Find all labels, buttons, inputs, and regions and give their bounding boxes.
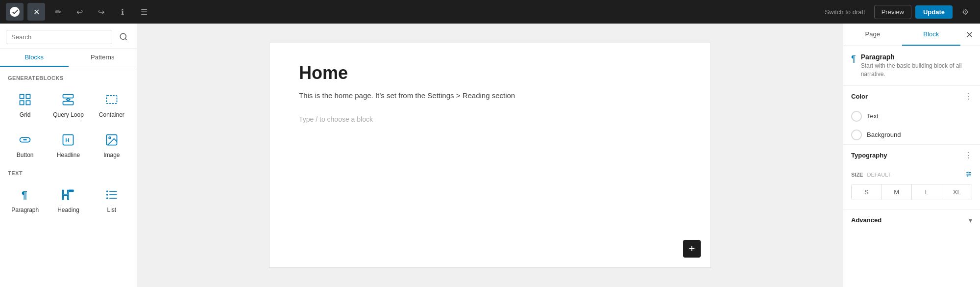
svg-line-1 (125, 38, 126, 40)
block-info: ¶ Paragraph Start with the basic buildin… (843, 46, 980, 86)
settings-button[interactable]: ⚙ (956, 3, 974, 21)
size-buttons-group: S M L XL (851, 184, 972, 200)
headline-icon: H (59, 131, 77, 149)
query-loop-icon (59, 91, 77, 108)
generateblocks-grid: Grid Query Loop (0, 83, 137, 166)
block-item-list[interactable]: List (91, 180, 133, 219)
button-icon (16, 131, 34, 149)
canvas: Home This is the home page. It’s set fro… (137, 24, 843, 287)
block-label-image: Image (103, 152, 120, 158)
page-subtitle: This is the home page. It’s set from the… (299, 91, 681, 100)
block-item-paragraph[interactable]: ¶ Paragraph (4, 180, 46, 219)
typography-settings: SIZE DEFAULT S M L XL (843, 166, 980, 209)
block-item-image[interactable]: Image (91, 125, 133, 164)
page-block-tabs: Page Block ✕ (843, 24, 980, 46)
container-icon (103, 91, 121, 108)
text-color-row: Text (843, 107, 980, 126)
advanced-label: Advanced (851, 216, 882, 224)
advanced-panel[interactable]: Advanced ▾ (843, 209, 980, 231)
tab-patterns[interactable]: Patterns (69, 49, 137, 67)
svg-rect-10 (106, 96, 117, 104)
block-item-heading[interactable]: Heading (47, 180, 89, 219)
block-label-headline: Headline (57, 152, 80, 158)
svg-rect-7 (63, 102, 74, 105)
svg-point-22 (106, 190, 108, 192)
grid-icon (16, 91, 34, 108)
svg-rect-18 (69, 190, 74, 192)
tab-page[interactable]: Page (843, 24, 902, 46)
size-value: DEFAULT (867, 172, 891, 178)
size-edit-icon[interactable] (965, 171, 972, 179)
image-icon (103, 131, 121, 149)
preview-button[interactable]: Preview (874, 5, 911, 19)
block-label-paragraph: Paragraph (11, 207, 39, 213)
switch-to-draft-button[interactable]: Switch to draft (820, 5, 870, 19)
close-right-sidebar-button[interactable]: ✕ (960, 26, 978, 44)
heading-icon (59, 186, 77, 204)
add-block-button[interactable]: + (683, 240, 701, 258)
svg-point-16 (109, 137, 111, 139)
color-panel: Color ⋮ Text Background (843, 86, 980, 145)
svg-point-0 (120, 33, 126, 39)
typography-panel-title: Typography (851, 152, 887, 159)
size-label: SIZE (851, 172, 863, 178)
search-input[interactable] (6, 30, 112, 44)
svg-point-9 (67, 99, 70, 101)
svg-rect-3 (26, 95, 30, 99)
list-icon (103, 186, 121, 204)
color-panel-header[interactable]: Color ⋮ (843, 86, 980, 107)
svg-point-30 (967, 175, 968, 176)
block-item-container[interactable]: Container (91, 85, 133, 124)
svg-text:H: H (66, 137, 70, 143)
list-view-icon[interactable]: ☰ (135, 3, 153, 21)
size-xl-button[interactable]: XL (942, 184, 972, 200)
block-label-grid: Grid (20, 111, 31, 118)
text-color-picker[interactable] (851, 111, 862, 122)
redo-button[interactable]: ↪ (92, 3, 110, 21)
svg-text:¶: ¶ (22, 189, 27, 200)
search-icon[interactable] (116, 29, 131, 44)
canvas-content: Home This is the home page. It’s set fro… (270, 43, 710, 267)
svg-rect-6 (63, 95, 74, 98)
typography-panel-options[interactable]: ⋮ (964, 151, 972, 160)
size-m-button[interactable]: M (882, 184, 912, 200)
search-bar (0, 24, 137, 49)
block-label-heading: Heading (57, 207, 79, 213)
size-l-button[interactable]: L (912, 184, 942, 200)
svg-rect-2 (20, 95, 24, 99)
block-label-list: List (107, 207, 116, 213)
color-panel-options[interactable]: ⋮ (964, 92, 972, 101)
block-item-headline[interactable]: H Headline (47, 125, 89, 164)
block-item-query-loop[interactable]: Query Loop (47, 85, 89, 124)
background-color-picker[interactable] (851, 130, 862, 140)
right-sidebar: Page Block ✕ ¶ Paragraph Start with the … (843, 24, 980, 287)
generateblocks-label: GENERATEBLOCKS (0, 71, 137, 83)
main-layout: Blocks Patterns GENERATEBLOCKS Grid (0, 24, 980, 287)
svg-point-23 (106, 194, 108, 196)
undo-button[interactable]: ↩ (71, 3, 88, 21)
block-label-query-loop: Query Loop (53, 111, 84, 118)
paragraph-block-icon: ¶ (851, 54, 856, 64)
close-button[interactable]: ✕ (27, 3, 45, 21)
svg-rect-5 (26, 101, 30, 104)
size-s-button[interactable]: S (852, 184, 882, 200)
block-item-grid[interactable]: Grid (4, 85, 46, 124)
info-icon[interactable]: ℹ (114, 3, 131, 21)
wp-logo[interactable] (6, 3, 24, 21)
typography-panel-header[interactable]: Typography ⋮ (843, 145, 980, 166)
blocks-patterns-tabs: Blocks Patterns (0, 49, 137, 67)
block-item-button[interactable]: Button (4, 125, 46, 164)
svg-rect-4 (20, 101, 24, 104)
text-section-label: TEXT (0, 166, 137, 178)
block-placeholder[interactable]: Type / to choose a block (299, 111, 681, 127)
tab-block[interactable]: Block (902, 24, 961, 46)
edit-icon[interactable]: ✏ (49, 3, 67, 21)
background-color-row: Background (843, 126, 980, 144)
svg-point-24 (106, 197, 108, 199)
svg-point-29 (969, 173, 970, 174)
update-button[interactable]: Update (915, 5, 953, 19)
block-description: Start with the basic building block of a… (861, 62, 972, 78)
text-blocks-grid: ¶ Paragraph Heading (0, 178, 137, 221)
tab-blocks[interactable]: Blocks (0, 49, 69, 67)
typography-panel: Typography ⋮ SIZE DEFAULT (843, 145, 980, 209)
